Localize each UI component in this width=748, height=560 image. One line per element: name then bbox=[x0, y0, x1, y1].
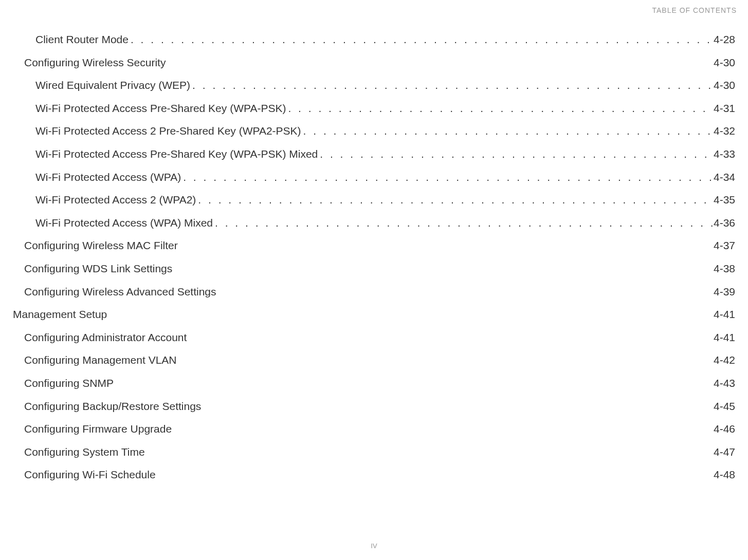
toc-entry[interactable]: Configuring System Time4-47 bbox=[13, 443, 735, 461]
toc-entry[interactable]: Wi-Fi Protected Access (WPA) Mixed4-36 bbox=[13, 214, 735, 232]
toc-entry[interactable]: Configuring Firmware Upgrade4-46 bbox=[13, 420, 735, 438]
toc-title: Client Router Mode bbox=[35, 31, 129, 48]
toc-entry[interactable]: Wi-Fi Protected Access 2 (WPA2)4-35 bbox=[13, 191, 735, 209]
toc-page: 4-35 bbox=[714, 191, 735, 209]
toc-entry[interactable]: Wi-Fi Protected Access (WPA)4-34 bbox=[13, 169, 735, 186]
toc-page: 4-38 bbox=[714, 260, 735, 277]
page-number: IV bbox=[371, 542, 377, 550]
toc-title: Configuring Wi-Fi Schedule bbox=[24, 466, 156, 483]
toc-title: Wi-Fi Protected Access 2 Pre-Shared Key … bbox=[35, 122, 301, 140]
toc-title: Configuring Backup/Restore Settings bbox=[24, 398, 201, 415]
toc-page: 4-36 bbox=[714, 214, 735, 232]
toc-title: Configuring Administrator Account bbox=[24, 329, 187, 346]
toc-page: 4-37 bbox=[714, 237, 735, 254]
toc-title: Wi-Fi Protected Access (WPA) bbox=[35, 169, 181, 186]
toc-title: Configuring Wireless MAC Filter bbox=[24, 237, 178, 254]
toc-page: 4-47 bbox=[714, 443, 735, 461]
toc-title: Configuring WDS Link Settings bbox=[24, 260, 172, 277]
toc-entry[interactable]: Configuring Administrator Account4-41 bbox=[13, 329, 735, 346]
toc-entry[interactable]: Configuring Backup/Restore Settings4-45 bbox=[13, 398, 735, 415]
toc-title: Configuring Wireless Security bbox=[24, 54, 166, 71]
toc-leader bbox=[213, 214, 714, 232]
header-label: TABLE OF CONTENTS bbox=[652, 6, 737, 14]
toc-leader bbox=[129, 31, 714, 48]
toc-page: 4-33 bbox=[714, 145, 735, 163]
toc-title: Configuring Management VLAN bbox=[24, 351, 177, 369]
toc-title: Configuring Firmware Upgrade bbox=[24, 420, 172, 438]
toc-page: 4-46 bbox=[714, 420, 735, 438]
toc-entry[interactable]: Configuring WDS Link Settings4-38 bbox=[13, 260, 735, 277]
toc-title: Wired Equivalent Privacy (WEP) bbox=[35, 77, 190, 94]
toc-title: Configuring SNMP bbox=[24, 375, 114, 392]
toc-page: 4-30 bbox=[714, 77, 735, 94]
toc-leader bbox=[196, 191, 714, 209]
toc-title: Wi-Fi Protected Access Pre-Shared Key (W… bbox=[35, 100, 286, 117]
toc-page: 4-42 bbox=[714, 351, 735, 369]
toc-entry[interactable]: Configuring Wi-Fi Schedule4-48 bbox=[13, 466, 735, 483]
toc-container: Client Router Mode4-28Configuring Wirele… bbox=[0, 0, 748, 483]
toc-page: 4-41 bbox=[714, 306, 735, 323]
toc-entry[interactable]: Wi-Fi Protected Access Pre-Shared Key (W… bbox=[13, 145, 735, 163]
toc-entry[interactable]: Configuring SNMP4-43 bbox=[13, 375, 735, 392]
toc-leader bbox=[181, 169, 714, 186]
toc-page: 4-28 bbox=[714, 31, 735, 48]
toc-leader bbox=[190, 77, 714, 94]
toc-entry[interactable]: Configuring Management VLAN4-42 bbox=[13, 351, 735, 369]
toc-title: Configuring System Time bbox=[24, 443, 145, 461]
toc-title: Wi-Fi Protected Access (WPA) Mixed bbox=[35, 214, 213, 232]
toc-title: Wi-Fi Protected Access Pre-Shared Key (W… bbox=[35, 145, 318, 163]
toc-leader bbox=[318, 145, 714, 163]
toc-page: 4-39 bbox=[714, 283, 735, 301]
toc-entry[interactable]: Configuring Wireless Security4-30 bbox=[13, 54, 735, 71]
toc-page: 4-45 bbox=[714, 398, 735, 415]
toc-page: 4-31 bbox=[714, 100, 735, 117]
toc-page: 4-34 bbox=[714, 169, 735, 186]
toc-page: 4-41 bbox=[714, 329, 735, 346]
toc-entry[interactable]: Wi-Fi Protected Access Pre-Shared Key (W… bbox=[13, 100, 735, 117]
toc-entry[interactable]: Management Setup4-41 bbox=[13, 306, 735, 323]
toc-page: 4-30 bbox=[714, 54, 735, 71]
toc-entry[interactable]: Wired Equivalent Privacy (WEP)4-30 bbox=[13, 77, 735, 94]
toc-leader bbox=[286, 100, 714, 117]
toc-title: Configuring Wireless Advanced Settings bbox=[24, 283, 216, 301]
toc-page: 4-32 bbox=[714, 122, 735, 140]
toc-entry[interactable]: Configuring Wireless Advanced Settings4-… bbox=[13, 283, 735, 301]
toc-title: Wi-Fi Protected Access 2 (WPA2) bbox=[35, 191, 196, 209]
toc-entry[interactable]: Configuring Wireless MAC Filter4-37 bbox=[13, 237, 735, 254]
toc-page: 4-43 bbox=[714, 375, 735, 392]
toc-entry[interactable]: Wi-Fi Protected Access 2 Pre-Shared Key … bbox=[13, 122, 735, 140]
toc-page: 4-48 bbox=[714, 466, 735, 483]
toc-entry[interactable]: Client Router Mode4-28 bbox=[13, 31, 735, 48]
toc-leader bbox=[301, 122, 714, 140]
toc-title: Management Setup bbox=[13, 306, 107, 323]
